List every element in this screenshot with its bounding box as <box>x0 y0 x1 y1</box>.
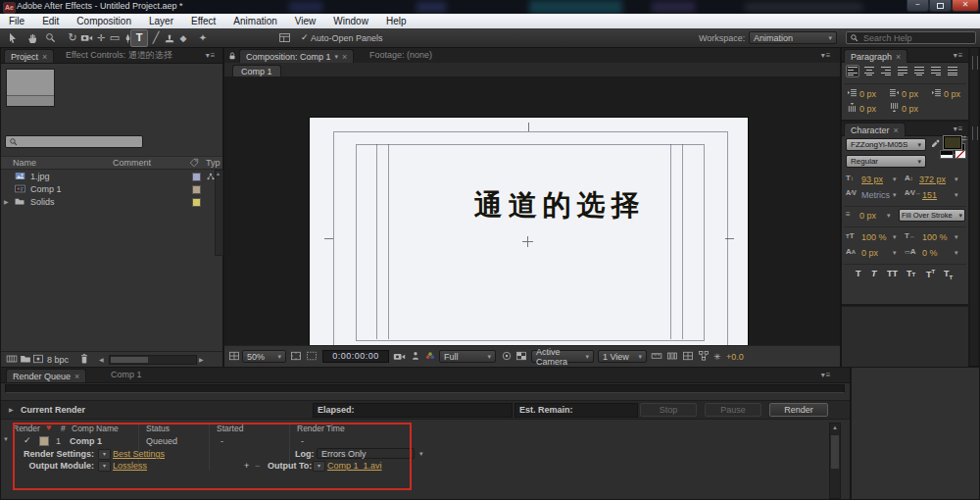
panel-menu-icon[interactable]: ▾ ≡ <box>817 51 834 60</box>
stroke-width-value[interactable]: 0 px <box>859 211 876 221</box>
type-tool[interactable]: T <box>130 29 148 47</box>
menu-effect[interactable]: Effect <box>182 14 224 28</box>
close-icon[interactable]: × <box>342 52 347 62</box>
scroll-right-icon[interactable]: ▶ <box>199 356 204 363</box>
help-search-input[interactable] <box>861 32 968 44</box>
tab-paragraph[interactable]: Paragraph × <box>844 49 907 63</box>
subscript-button[interactable]: TT <box>944 269 953 280</box>
project-search-box[interactable] <box>5 135 143 148</box>
scroll-left-icon[interactable]: ◀ <box>99 356 104 363</box>
space-after-value[interactable]: 0 px <box>902 104 918 114</box>
lock-icon[interactable] <box>227 51 237 61</box>
selection-tool[interactable] <box>6 31 20 44</box>
workspace-select[interactable]: Animation ▾ <box>749 31 837 44</box>
queue-item-name[interactable]: Comp 1 <box>70 436 102 446</box>
column-name[interactable]: Name <box>13 158 36 168</box>
menu-view[interactable]: View <box>286 14 325 28</box>
panel-menu-icon[interactable]: ▾ ≡ <box>950 125 966 133</box>
close-icon[interactable]: × <box>894 125 899 135</box>
tab-effect-controls[interactable]: Effect Controls: 通道的选择 <box>66 48 172 63</box>
column-divider[interactable] <box>184 157 185 169</box>
label-color-swatch[interactable] <box>192 173 201 181</box>
render-check-icon[interactable]: ✓ <box>24 435 31 445</box>
no-color-swatch[interactable] <box>955 150 966 159</box>
superscript-button[interactable]: TT <box>926 269 935 279</box>
twirl-icon[interactable]: ▶ <box>4 198 9 205</box>
panel-menu-icon[interactable]: ▾ ≡ <box>950 51 966 60</box>
brush-tool[interactable]: ╱ <box>149 31 163 44</box>
swap-fill-stroke-icon[interactable] <box>960 134 968 142</box>
tab-footage[interactable]: Footage: (none) <box>369 48 432 63</box>
menu-layer[interactable]: Layer <box>140 14 182 28</box>
auto-open-check-icon[interactable]: ✓ <box>301 32 309 42</box>
log-select[interactable]: Errors Only <box>317 448 415 459</box>
stop-button[interactable]: Stop <box>640 403 697 417</box>
indent-right-value[interactable]: 0 px <box>902 89 918 99</box>
chevron-down-icon[interactable]: ▾ <box>893 249 897 257</box>
close-icon[interactable]: × <box>74 372 79 381</box>
show-snapshot-icon[interactable] <box>410 350 421 362</box>
ruler-toggle-icon[interactable] <box>651 350 662 362</box>
camera-tool[interactable] <box>79 31 93 44</box>
zoom-tool[interactable] <box>43 31 57 44</box>
minimize-button[interactable]: − <box>906 0 929 12</box>
close-icon[interactable]: × <box>896 52 901 62</box>
queue-scrollbar[interactable]: ▲ <box>829 423 841 499</box>
trash-icon[interactable] <box>78 353 90 365</box>
camera-view-select[interactable]: Active Camera ▾ <box>531 350 594 363</box>
eraser-tool[interactable]: ◆ <box>176 31 190 44</box>
fill-color-swatch[interactable] <box>944 136 961 149</box>
maximize-button[interactable] <box>929 0 952 12</box>
column-render-time[interactable]: Render Time <box>297 424 345 433</box>
justify-last-left-button[interactable] <box>896 65 909 77</box>
tab-comp-timeline[interactable]: Comp 1 <box>111 368 142 382</box>
project-scrollbar[interactable]: ▲ <box>215 170 223 256</box>
pause-button[interactable]: Pause <box>705 403 761 417</box>
menu-file[interactable]: File <box>0 14 33 28</box>
font-family-select[interactable]: FZZongYi-M05S ▾ <box>846 138 926 151</box>
snapshot-icon[interactable] <box>393 350 406 363</box>
eyedropper-icon[interactable] <box>930 138 941 149</box>
faux-italic-button[interactable]: T <box>871 269 877 278</box>
timecode-display[interactable]: 0:00:00:00 <box>322 350 389 363</box>
output-module-chevron[interactable]: ▾ <box>98 461 111 472</box>
column-status[interactable]: Status <box>146 424 170 433</box>
chevron-down-icon[interactable]: ▾ <box>887 212 891 220</box>
tsume-value[interactable]: 0 % <box>922 248 938 258</box>
small-caps-button[interactable]: TT <box>906 269 915 278</box>
justify-last-right-button[interactable] <box>929 65 943 77</box>
h-scrollbar-track[interactable] <box>109 355 197 365</box>
output-module-link[interactable]: Lossless <box>113 461 147 471</box>
tracking-value[interactable]: 151 <box>922 190 937 200</box>
column-started[interactable]: Started <box>217 424 243 433</box>
magnification-select[interactable]: 50% ▾ <box>242 350 286 363</box>
chevron-down-icon[interactable]: ▾ <box>955 233 958 241</box>
font-style-select[interactable]: Regular ▾ <box>846 155 926 168</box>
queue-item-row[interactable]: ✓ 1 Comp 1 Queued - - <box>1 435 824 447</box>
faux-bold-button[interactable]: T <box>856 269 861 278</box>
view-layout-select[interactable]: 1 View ▾ <box>598 350 647 363</box>
column-number[interactable]: # <box>61 424 66 433</box>
table-row[interactable]: ▶ Solids <box>1 195 214 208</box>
mini-flowchart-icon[interactable] <box>698 350 710 362</box>
kerning-value[interactable]: Metrics <box>861 190 890 200</box>
chevron-down-icon[interactable]: ▾ <box>335 53 339 61</box>
tab-project[interactable]: Project × <box>4 49 54 63</box>
bw-swatch[interactable] <box>940 150 954 159</box>
font-size-value[interactable]: 93 px <box>861 175 883 184</box>
pixel-aspect-icon[interactable] <box>666 350 678 362</box>
space-before-value[interactable]: 0 px <box>859 104 876 114</box>
twirl-icon[interactable]: ▶ <box>9 406 14 413</box>
exposure-icon[interactable]: ✳ <box>713 352 721 362</box>
item-name[interactable]: 1.jpg <box>30 172 50 181</box>
project-search-input[interactable] <box>21 136 137 148</box>
label-color-column-icon[interactable]: ♥ <box>46 423 51 432</box>
menu-help[interactable]: Help <box>377 14 416 28</box>
render-settings-link[interactable]: Best Settings <box>113 449 165 459</box>
first-line-indent-value[interactable]: 0 px <box>944 89 960 99</box>
horizontal-scale-value[interactable]: 100 % <box>922 232 948 242</box>
item-name[interactable]: Comp 1 <box>30 184 62 194</box>
align-center-button[interactable] <box>862 65 876 77</box>
exposure-value[interactable]: +0.0 <box>726 352 744 362</box>
output-to-chevron[interactable]: ▾ <box>313 461 325 472</box>
